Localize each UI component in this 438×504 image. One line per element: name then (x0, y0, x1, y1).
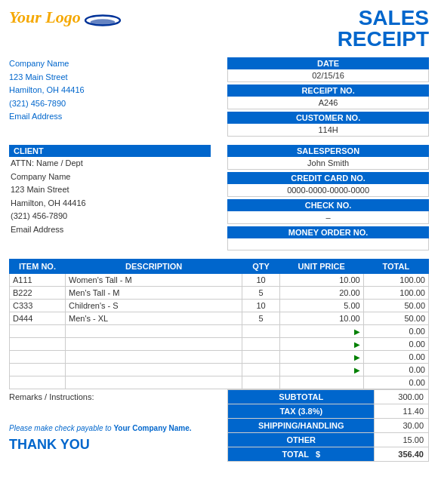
cell-description: Men's - XL (66, 312, 242, 325)
cell-item: A111 (10, 274, 66, 287)
cell-unit-price: 20.00 (279, 287, 363, 300)
payable-note: Please make check payable to Your Compan… (9, 424, 211, 432)
subtotal-value: 300.00 (375, 390, 429, 404)
cell-total: 100.00 (363, 274, 428, 287)
shipping-row: SHIPPING/HANDLING 30.00 (228, 419, 429, 433)
cell-item-empty (10, 364, 66, 376)
credit-card-label: CREDIT CARD NO. (227, 172, 429, 184)
cell-unit-empty: ▶ (279, 364, 363, 376)
cell-qty: 5 (242, 312, 279, 325)
cell-total: 50.00 (363, 300, 428, 312)
cell-item-empty (10, 376, 66, 389)
svg-point-1 (90, 19, 115, 25)
sales-info-box: SALESPERSON John Smith CREDIT CARD NO. 0… (227, 145, 429, 253)
receipt-no-value: A246 (227, 97, 429, 109)
totals-table: SUBTOTAL 300.00 TAX (3.8%) 11.40 SHIPPIN… (227, 389, 429, 462)
customer-no-value: 114H (227, 124, 429, 137)
subtotal-row: SUBTOTAL 300.00 (228, 390, 429, 404)
client-email: Email Address (9, 223, 211, 237)
col-total: TOTAL (363, 260, 428, 274)
bottom-section: Remarks / Instructions: Please make chec… (9, 389, 429, 462)
cell-qty: 10 (242, 300, 279, 312)
cell-unit-price: 5.00 (279, 300, 363, 312)
money-order-label: MONEY ORDER NO. (227, 226, 429, 238)
client-box: CLIENT ATTN: Name / Dept Company Name 12… (9, 145, 211, 253)
credit-card-value: 0000-0000-0000-0000 (227, 184, 429, 197)
arrow-icon: ▶ (354, 353, 360, 361)
cell-desc-empty (66, 351, 242, 364)
salesperson-value: John Smith (227, 157, 429, 170)
receipt-title: RECEIPT (338, 29, 429, 50)
arrow-icon: ▶ (354, 327, 360, 336)
arrow-icon: ▶ (354, 340, 360, 349)
total-value: 356.40 (375, 447, 429, 462)
table-row: ▶ 0.00 (10, 351, 429, 364)
other-label: OTHER (228, 433, 375, 447)
customer-no-entry: CUSTOMER NO. 114H (227, 112, 429, 137)
col-qty: QTY (242, 260, 279, 274)
client-attn: ATTN: Name / Dept (9, 157, 211, 171)
cell-desc-empty (66, 376, 242, 389)
tax-row: TAX (3.8%) 11.40 (228, 404, 429, 419)
cell-total: 100.00 (363, 287, 428, 300)
info-section: Company Name 123 Main Street Hamilton, O… (9, 57, 429, 139)
client-company: Company Name (9, 171, 211, 184)
shipping-label: SHIPPING/HANDLING (228, 419, 375, 433)
client-section-header: CLIENT (9, 145, 211, 157)
cell-qty-empty (242, 376, 279, 389)
customer-no-label: CUSTOMER NO. (227, 112, 429, 124)
total-label-text: TOTAL (282, 450, 308, 459)
cell-item: C333 (10, 300, 66, 312)
date-block: DATE 02/15/16 RECEIPT NO. A246 CUSTOMER … (227, 57, 429, 139)
cell-total-empty: 0.00 (363, 364, 428, 376)
cell-qty-empty (242, 338, 279, 351)
cell-description: Men's Tall - M (66, 287, 242, 300)
check-value: – (227, 211, 429, 224)
cell-item-empty (10, 325, 66, 338)
payable-name: Your Company Name. (113, 424, 191, 432)
tax-value: 11.40 (375, 404, 429, 419)
credit-card-entry: CREDIT CARD NO. 0000-0000-0000-0000 (227, 172, 429, 197)
cell-description: Women's Tall - M (66, 274, 242, 287)
other-value: 15.00 (375, 433, 429, 447)
shipping-value: 30.00 (375, 419, 429, 433)
cell-item-empty (10, 351, 66, 364)
cell-total-empty: 0.00 (363, 325, 428, 338)
cell-desc-empty (66, 364, 242, 376)
money-order-value (227, 238, 429, 250)
remarks-label: Remarks / Instructions: (9, 392, 211, 401)
items-table: ITEM NO. DESCRIPTION QTY UNIT PRICE TOTA… (9, 259, 429, 389)
table-header-row: ITEM NO. DESCRIPTION QTY UNIT PRICE TOTA… (10, 260, 429, 274)
receipt-no-label: RECEIPT NO. (227, 85, 429, 97)
cell-total-empty: 0.00 (363, 351, 428, 364)
title-area: SALES RECEIPT (338, 8, 429, 50)
salesperson-entry: SALESPERSON John Smith (227, 145, 429, 170)
thank-you: THANK YOU (9, 437, 211, 453)
logo-area: Your Logo (9, 8, 122, 27)
sender-street: 123 Main Street (9, 71, 211, 85)
cell-item: B222 (10, 287, 66, 300)
cell-unit-empty (279, 376, 363, 389)
header: Your Logo SALES RECEIPT (9, 8, 429, 50)
cell-qty: 5 (242, 287, 279, 300)
arrow-icon: ▶ (354, 366, 360, 374)
table-row: 0.00 (10, 376, 429, 389)
table-row: A111 Women's Tall - M 10 10.00 100.00 (10, 274, 429, 287)
logo-swoosh-icon (84, 14, 122, 27)
cell-total-empty: 0.00 (363, 338, 428, 351)
cell-unit-empty: ▶ (279, 351, 363, 364)
cell-unit-price: 10.00 (279, 274, 363, 287)
cell-description: Children's - S (66, 300, 242, 312)
check-entry: CHECK NO. – (227, 199, 429, 224)
client-section: CLIENT ATTN: Name / Dept Company Name 12… (9, 145, 429, 253)
total-symbol: $ (316, 450, 320, 459)
sales-title: SALES (338, 8, 429, 29)
logo-text: Your Logo (9, 8, 81, 27)
cell-qty-empty (242, 325, 279, 338)
payable-note-text: Please make check payable to (9, 424, 112, 432)
sender-email: Email Address (9, 110, 211, 124)
cell-item: D444 (10, 312, 66, 325)
totals-area: SUBTOTAL 300.00 TAX (3.8%) 11.40 SHIPPIN… (227, 389, 429, 462)
col-description: DESCRIPTION (66, 260, 242, 274)
cell-total-empty: 0.00 (363, 376, 428, 389)
